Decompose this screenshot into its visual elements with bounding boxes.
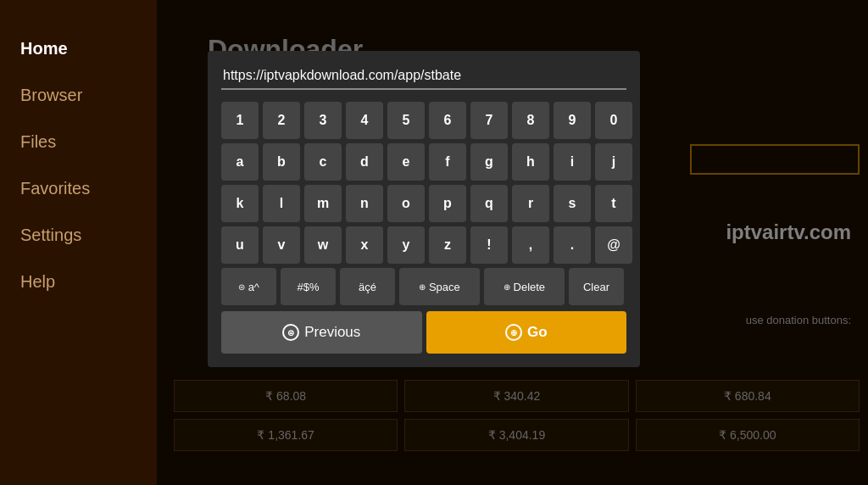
kb-row-a-j: a b c d e f g h i j (221, 143, 626, 181)
previous-button[interactable]: ⊜ Previous (221, 311, 422, 354)
key-0[interactable]: 0 (595, 102, 632, 139)
key-f[interactable]: f (429, 143, 466, 181)
key-2[interactable]: 2 (263, 102, 300, 139)
key-s[interactable]: s (554, 185, 591, 222)
key-3[interactable]: 3 (304, 102, 342, 139)
key-z[interactable]: z (429, 226, 466, 264)
previous-circle-icon: ⊜ (282, 324, 299, 341)
key-p[interactable]: p (429, 185, 466, 222)
key-h[interactable]: h (512, 143, 549, 181)
sidebar-item-help[interactable]: Help (0, 259, 157, 305)
key-clear[interactable]: Clear (569, 268, 624, 305)
keyboard-modal: 1 2 3 4 5 6 7 8 9 0 a b c d e f g h (208, 51, 640, 367)
virtual-keyboard: 1 2 3 4 5 6 7 8 9 0 a b c d e f g h (221, 102, 626, 354)
key-v[interactable]: v (263, 226, 300, 264)
key-i[interactable]: i (554, 143, 591, 181)
key-accents[interactable]: äçé (340, 268, 395, 305)
sidebar-item-settings[interactable]: Settings (0, 212, 157, 259)
sidebar-item-home[interactable]: Home (0, 25, 157, 72)
key-g[interactable]: g (470, 143, 508, 181)
kb-row-k-t: k l m n o p q r s t (221, 185, 626, 222)
key-7[interactable]: 7 (470, 102, 508, 139)
key-x[interactable]: x (346, 226, 383, 264)
key-d[interactable]: d (346, 143, 383, 181)
key-u[interactable]: u (221, 226, 259, 264)
key-l[interactable]: l (263, 185, 300, 222)
key-8[interactable]: 8 (512, 102, 549, 139)
key-k[interactable]: k (221, 185, 259, 222)
key-delete[interactable]: ⊕ Delete (484, 268, 565, 305)
url-input[interactable] (221, 64, 626, 90)
sidebar-item-browser[interactable]: Browser (0, 72, 157, 119)
key-1[interactable]: 1 (221, 102, 259, 139)
kb-nav-row: ⊜ Previous ⊕ Go (221, 311, 626, 354)
key-symbols[interactable]: #$% (281, 268, 336, 305)
key-space[interactable]: ⊕ Space (399, 268, 480, 305)
kb-row-numbers: 1 2 3 4 5 6 7 8 9 0 (221, 102, 626, 139)
kb-special-row: ⊜ a^ #$% äçé ⊕ Space ⊕ Delete Clear (221, 268, 626, 305)
key-w[interactable]: w (304, 226, 342, 264)
key-t[interactable]: t (595, 185, 632, 222)
main-area: Downloader iptvairtv.com use donation bu… (157, 0, 868, 485)
key-period[interactable]: . (554, 226, 591, 264)
sidebar: Home Browser Files Favorites Settings He… (0, 0, 157, 485)
key-5[interactable]: 5 (387, 102, 425, 139)
key-o[interactable]: o (387, 185, 425, 222)
key-j[interactable]: j (595, 143, 632, 181)
sidebar-item-files[interactable]: Files (0, 119, 157, 165)
key-n[interactable]: n (346, 185, 383, 222)
key-y[interactable]: y (387, 226, 425, 264)
key-e[interactable]: e (387, 143, 425, 181)
key-q[interactable]: q (470, 185, 508, 222)
key-b[interactable]: b (263, 143, 300, 181)
key-m[interactable]: m (304, 185, 342, 222)
key-r[interactable]: r (512, 185, 549, 222)
go-circle-icon: ⊕ (505, 324, 522, 341)
sidebar-item-favorites[interactable]: Favorites (0, 165, 157, 212)
key-comma[interactable]: , (512, 226, 549, 264)
key-c[interactable]: c (304, 143, 342, 181)
kb-row-u-at: u v w x y z ! , . @ (221, 226, 626, 264)
key-at[interactable]: @ (595, 226, 632, 264)
key-a[interactable]: a (221, 143, 259, 181)
key-layout[interactable]: ⊜ a^ (221, 268, 276, 305)
key-9[interactable]: 9 (554, 102, 591, 139)
go-button[interactable]: ⊕ Go (426, 311, 627, 354)
key-exclaim[interactable]: ! (470, 226, 508, 264)
key-4[interactable]: 4 (346, 102, 383, 139)
key-6[interactable]: 6 (429, 102, 466, 139)
